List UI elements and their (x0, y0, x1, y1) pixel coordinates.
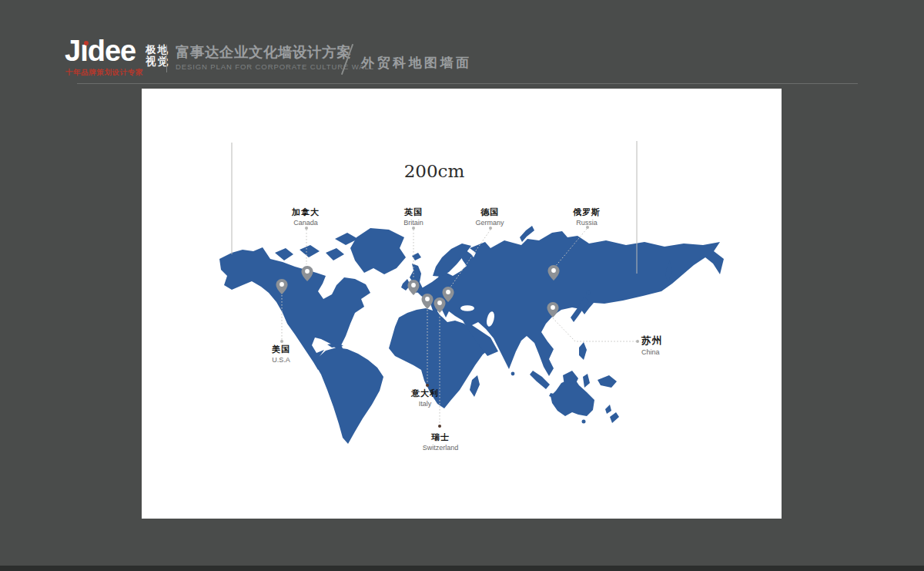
sri-lanka-island (511, 372, 515, 376)
anchor-dot-canada (305, 227, 308, 230)
location-name-en: China (641, 348, 662, 356)
hokkaido-island (586, 291, 591, 295)
leader-line-suzhou (553, 318, 636, 341)
anchor-dot-germany (489, 227, 492, 230)
anchor-dot-usa (280, 340, 283, 343)
pin-icon (408, 280, 420, 295)
location-name-zh: 英国 (403, 207, 424, 218)
pin-hole (305, 269, 310, 274)
location-name-zh: 意大利 (411, 388, 439, 399)
location-name-en: U.S.A (272, 356, 290, 364)
pin-hole (446, 290, 450, 294)
jidee-logo: Jıdee (65, 35, 136, 66)
location-label-italy: 意大利Italy (411, 388, 439, 408)
location-label-switzerland: 瑞士Switzerland (423, 432, 459, 452)
pin-hole (437, 301, 442, 305)
location-label-britain: 英国Britain (403, 207, 424, 227)
south-america (316, 343, 383, 444)
arctic-islands (275, 233, 358, 260)
location-label-suzhou: 苏州China (641, 334, 662, 356)
design-board: 200cm (142, 89, 782, 519)
location-name-zh: 苏州 (641, 334, 662, 348)
pin-icon (422, 294, 434, 309)
location-name-zh: 瑞士 (423, 432, 459, 443)
logo-red-dot (84, 41, 89, 45)
pin-hole (425, 297, 430, 301)
map-pin-britain (408, 280, 420, 295)
anchor-dot-switzerland (438, 425, 441, 428)
location-name-en: Canada (292, 219, 320, 227)
anchor-dot-suzhou (636, 340, 639, 343)
location-name-en: Italy (411, 400, 439, 408)
location-name-zh: 加拿大 (292, 207, 320, 218)
black-sea (460, 305, 474, 311)
location-label-usa: 美国U.S.A (272, 344, 290, 364)
section-title: 外贸科地图墙面 (361, 54, 472, 72)
footer-bar (0, 566, 924, 571)
map-pin-italy (422, 294, 434, 309)
header-vertical-divider (166, 45, 167, 72)
pin-hole (551, 305, 555, 310)
location-label-canada: 加拿大Canada (292, 207, 320, 227)
location-name-en: Britain (403, 219, 424, 227)
tasmania-island (582, 420, 586, 424)
sicily-island (436, 324, 439, 327)
location-label-germany: 德国Germany (475, 207, 504, 227)
project-title: 富事达企业文化墙设计方案 (176, 42, 351, 62)
philippines (579, 342, 587, 360)
presentation-background: Jıdee 极地 视觉 十年品牌策划设计专家 富事达企业文化墙设计方案 DESI… (0, 0, 924, 571)
new-zealand (605, 405, 619, 423)
location-name-zh: 德国 (475, 207, 504, 218)
anchor-dot-britain (412, 227, 415, 230)
location-name-zh: 俄罗斯 (573, 207, 601, 218)
pin-hole (411, 283, 416, 287)
header-rule (77, 83, 858, 84)
location-name-en: Switzerland (423, 444, 459, 452)
location-name-zh: 美国 (272, 344, 290, 355)
greenland (350, 228, 421, 274)
location-label-russia: 俄罗斯Russia (573, 207, 601, 227)
pin-hole (551, 268, 556, 273)
location-name-en: Germany (475, 219, 504, 227)
pin-hole (280, 282, 284, 287)
anchor-dot-italy (426, 384, 429, 387)
location-name-en: Russia (573, 219, 601, 227)
world-map (142, 89, 782, 519)
logo-tagline: 十年品牌策划设计专家 (65, 68, 143, 78)
